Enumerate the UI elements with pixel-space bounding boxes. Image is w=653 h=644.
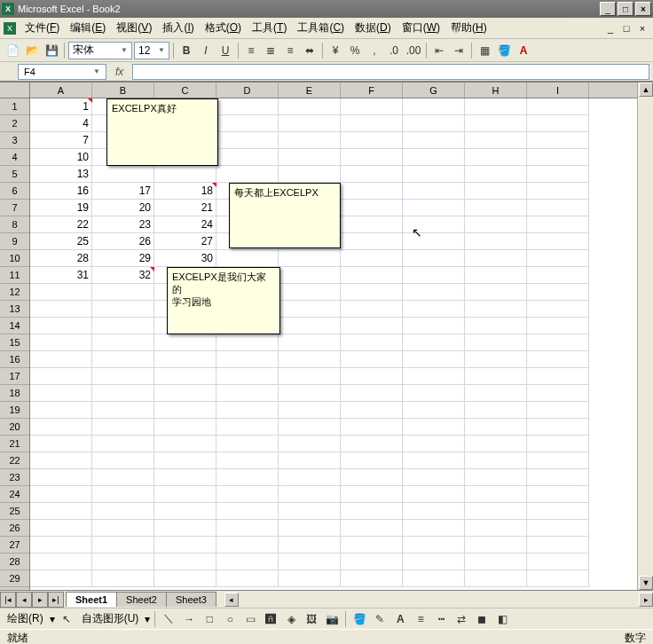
mdi-restore[interactable]: □	[619, 22, 633, 35]
autoshapes-menu[interactable]: 自选图形(U)	[78, 611, 143, 626]
cell-H17[interactable]	[465, 368, 527, 385]
comma-icon[interactable]: ,	[366, 42, 383, 59]
cell-H23[interactable]	[465, 469, 527, 486]
cell-B22[interactable]	[92, 452, 154, 469]
cell-C25[interactable]	[154, 503, 216, 520]
cell-I22[interactable]	[527, 452, 589, 469]
cell-E14[interactable]	[279, 318, 341, 334]
cell-G21[interactable]	[403, 436, 465, 452]
cell-G13[interactable]	[403, 301, 465, 318]
cell-I28[interactable]	[527, 554, 589, 570]
comment-indicator[interactable]	[150, 267, 154, 271]
cell-B13[interactable]	[92, 301, 154, 318]
open-icon[interactable]: 📂	[23, 42, 41, 59]
cell-D17[interactable]	[216, 368, 279, 385]
cell-D2[interactable]	[216, 115, 279, 132]
cell-D16[interactable]	[216, 351, 279, 368]
row-header-20[interactable]: 20	[0, 419, 29, 436]
cell-C23[interactable]	[154, 469, 216, 486]
cell-G25[interactable]	[403, 503, 465, 520]
col-header-H[interactable]: H	[465, 82, 527, 98]
cell-C6[interactable]: 18	[154, 183, 216, 200]
menu-h[interactable]: 帮助(H)	[445, 19, 492, 37]
menu-w[interactable]: 窗口(W)	[397, 19, 445, 37]
cell-I11[interactable]	[527, 267, 589, 284]
cell-B28[interactable]	[92, 554, 154, 570]
cell-A27[interactable]	[30, 537, 92, 554]
cell-A25[interactable]	[30, 503, 92, 520]
cell-F16[interactable]	[341, 351, 403, 368]
cell-A8[interactable]: 22	[30, 216, 92, 233]
cell-D15[interactable]	[216, 334, 279, 351]
cell-B14[interactable]	[92, 318, 154, 334]
row-header-9[interactable]: 9	[0, 233, 29, 250]
comment-indicator[interactable]	[88, 98, 92, 103]
tab-next-icon[interactable]: ▸	[32, 592, 48, 608]
comment-box[interactable]: 每天都上EXCELPX	[229, 183, 341, 248]
dec-indent-icon[interactable]: ⇤	[430, 42, 448, 59]
cell-F21[interactable]	[341, 436, 403, 452]
cell-H8[interactable]	[465, 216, 527, 233]
cell-G26[interactable]	[403, 520, 465, 537]
row-header-12[interactable]: 12	[0, 284, 29, 301]
cell-H2[interactable]	[465, 115, 527, 132]
inc-indent-icon[interactable]: ⇥	[450, 42, 468, 59]
close-button[interactable]: ×	[635, 2, 651, 16]
cell-E20[interactable]	[279, 419, 341, 436]
new-icon[interactable]: 📄	[4, 42, 21, 59]
cell-H16[interactable]	[465, 351, 527, 368]
cell-B20[interactable]	[92, 419, 154, 436]
cell-A13[interactable]	[30, 301, 92, 318]
select-all-corner[interactable]	[0, 82, 30, 98]
cell-F23[interactable]	[341, 469, 403, 486]
align-center-icon[interactable]: ≣	[262, 42, 279, 59]
cell-H15[interactable]	[465, 334, 527, 351]
cell-G20[interactable]	[403, 419, 465, 436]
cell-B29[interactable]	[92, 570, 154, 587]
menu-e[interactable]: 编辑(E)	[65, 19, 111, 37]
col-header-C[interactable]: C	[154, 82, 216, 98]
cell-B9[interactable]: 26	[92, 233, 154, 250]
sheet-tab-sheet2[interactable]: Sheet2	[116, 592, 167, 607]
cell-E11[interactable]	[279, 267, 341, 284]
cell-H20[interactable]	[465, 419, 527, 436]
cell-A18[interactable]	[30, 385, 92, 402]
cell-H28[interactable]	[465, 554, 527, 570]
cell-H11[interactable]	[465, 267, 527, 284]
cell-A12[interactable]	[30, 284, 92, 301]
cell-F15[interactable]	[341, 334, 403, 351]
cell-I2[interactable]	[527, 115, 589, 132]
row-header-8[interactable]: 8	[0, 216, 29, 233]
cell-D26[interactable]	[216, 520, 279, 537]
cell-C19[interactable]	[154, 402, 216, 419]
cell-I20[interactable]	[527, 419, 589, 436]
cell-F29[interactable]	[341, 570, 403, 587]
cell-D25[interactable]	[216, 503, 279, 520]
inc-decimal-icon[interactable]: .0	[385, 42, 403, 59]
cells-area[interactable]: 1471013161718192021222324252627282930313…	[30, 98, 637, 590]
cell-H26[interactable]	[465, 520, 527, 537]
menu-f[interactable]: 文件(F)	[20, 19, 65, 37]
cell-I24[interactable]	[527, 486, 589, 503]
cell-H29[interactable]	[465, 570, 527, 587]
cell-B12[interactable]	[92, 284, 154, 301]
menu-d[interactable]: 数据(D)	[350, 19, 397, 37]
italic-icon[interactable]: I	[197, 42, 215, 59]
cell-G24[interactable]	[403, 486, 465, 503]
cell-F20[interactable]	[341, 419, 403, 436]
cell-C17[interactable]	[154, 368, 216, 385]
cell-C29[interactable]	[154, 570, 216, 587]
cell-I8[interactable]	[527, 216, 589, 233]
cell-E27[interactable]	[279, 537, 341, 554]
cell-F9[interactable]	[341, 233, 403, 250]
cell-B27[interactable]	[92, 537, 154, 554]
cell-F6[interactable]	[341, 183, 403, 200]
cell-F1[interactable]	[341, 98, 403, 115]
row-header-24[interactable]: 24	[0, 486, 29, 503]
cell-F5[interactable]	[341, 166, 403, 183]
cell-I13[interactable]	[527, 301, 589, 318]
tab-last-icon[interactable]: ▸|	[48, 592, 64, 608]
cell-B8[interactable]: 23	[92, 216, 154, 233]
row-header-7[interactable]: 7	[0, 200, 29, 216]
sheet-tab-sheet1[interactable]: Sheet1	[66, 592, 117, 607]
